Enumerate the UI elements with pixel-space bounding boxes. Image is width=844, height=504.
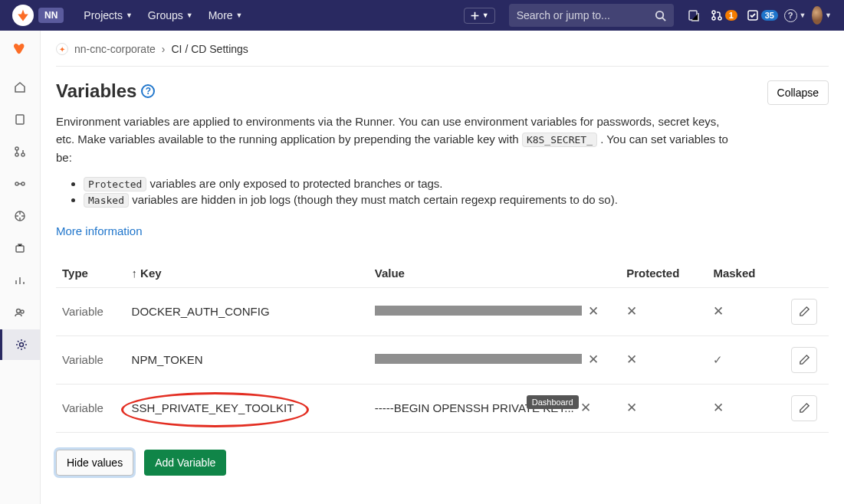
chevron-down-icon: ▼ (126, 11, 133, 19)
chevron-down-icon: ▼ (482, 11, 489, 19)
nav-projects[interactable]: Projects▼ (76, 9, 140, 21)
edit-variable-button[interactable] (791, 347, 817, 373)
cell-protected: ✕ (620, 384, 707, 432)
col-protected[interactable]: Protected (620, 259, 707, 288)
bullet1-code: Protected (84, 177, 146, 191)
more-information-link[interactable]: More information (56, 224, 143, 237)
svg-point-14 (17, 309, 21, 313)
cell-protected: ✕ (620, 335, 707, 384)
cell-masked: ✕ (707, 384, 785, 432)
desc-code: K8S_SECRET_ (522, 133, 597, 147)
sidebar-item-repository[interactable] (0, 104, 40, 135)
bullet-masked: Masked variables are hidden in job logs … (84, 193, 829, 206)
edit-variable-button[interactable] (791, 299, 817, 325)
chevron-down-icon: ▼ (186, 11, 193, 19)
svg-point-8 (15, 153, 18, 156)
todo-count-badge: 35 (761, 10, 778, 21)
add-variable-button[interactable]: Add Variable (144, 450, 226, 476)
svg-point-9 (21, 153, 25, 156)
page-title: Variables ? (56, 80, 155, 102)
cell-key: SSH_PRIVATE_KEY_TOOLKIT (126, 384, 369, 432)
x-icon: ✕ (626, 304, 637, 319)
nav-groups[interactable]: Groups▼ (140, 9, 201, 21)
col-key-label: Key (140, 267, 162, 280)
check-icon: ✓ (713, 353, 723, 366)
masked-value-bar (375, 354, 582, 364)
breadcrumb-separator: › (162, 43, 166, 55)
cell-key: DOCKER_AUTH_CONFIG (126, 287, 369, 335)
cell-masked: ✓ (707, 335, 785, 384)
svg-point-7 (15, 147, 18, 150)
sidebar-item-cicd[interactable] (0, 169, 40, 199)
cell-value: ✕ (369, 287, 620, 335)
plus-icon (470, 11, 480, 21)
hide-values-button[interactable]: Hide values (56, 450, 133, 476)
sidebar-item-packages[interactable] (0, 233, 40, 263)
question-icon: ? (784, 9, 797, 22)
col-masked[interactable]: Masked (707, 259, 785, 288)
breadcrumb-current: CI / CD Settings (172, 43, 248, 55)
table-row: Variable DOCKER_AUTH_CONFIG ✕ ✕ ✕ (56, 287, 829, 335)
actions-row: Hide values Add Variable (56, 450, 829, 476)
svg-rect-13 (16, 246, 24, 252)
avatar (812, 6, 823, 25)
sidebar-item-home[interactable] (0, 72, 40, 103)
x-icon: ✕ (626, 352, 637, 367)
edit-variable-button[interactable] (791, 395, 817, 421)
cell-type: Variable (56, 335, 126, 384)
help-menu[interactable]: ? ▼ (783, 3, 807, 28)
global-search[interactable] (509, 4, 674, 27)
breadcrumb-project[interactable]: nn-cnc-corporate (74, 43, 156, 55)
merge-request-icon (711, 9, 723, 21)
nav-more-label: More (209, 9, 233, 21)
section-description: Environment variables are applied to env… (56, 113, 731, 166)
sidebar-item-members[interactable] (0, 297, 40, 328)
description-bullets: Protected variables are only exposed to … (84, 177, 829, 206)
nav-projects-label: Projects (84, 9, 123, 21)
chevron-down-icon: ▼ (825, 11, 832, 19)
project-avatar[interactable] (7, 38, 33, 64)
sidebar-item-operations[interactable] (0, 201, 40, 231)
nav-more[interactable]: More▼ (201, 9, 251, 21)
bullet2-text: variables are hidden in job logs (though… (129, 193, 618, 206)
masked-value-bar (375, 306, 582, 316)
new-menu-button[interactable]: ▼ (464, 8, 495, 24)
instance-badge[interactable]: NN (38, 8, 64, 23)
sidebar-item-merge-requests[interactable] (0, 136, 40, 167)
table-row: Variable NPM_TOKEN ✕ ✕ ✓ (56, 335, 829, 384)
svg-point-11 (21, 182, 25, 185)
x-icon: ✕ (580, 401, 591, 415)
svg-point-10 (15, 182, 18, 185)
x-icon: ✕ (626, 401, 637, 415)
todo-icon (747, 9, 759, 21)
cell-type: Variable (56, 384, 126, 432)
sidebar-item-settings[interactable] (0, 329, 40, 360)
mr-count-badge: 1 (725, 10, 737, 21)
help-icon[interactable]: ? (141, 84, 155, 98)
bullet1-text: variables are only exposed to protected … (146, 177, 442, 190)
collapse-button[interactable]: Collapse (767, 80, 829, 105)
gitlab-logo-icon[interactable] (12, 5, 34, 26)
cell-value: ✕ (369, 335, 620, 384)
svg-rect-6 (16, 115, 24, 124)
user-menu[interactable]: ▼ (807, 3, 832, 28)
col-key[interactable]: ↑Key (126, 259, 369, 288)
col-value[interactable]: Value (369, 259, 620, 288)
sidebar-item-analytics[interactable] (0, 265, 40, 296)
project-sidebar (0, 31, 41, 504)
svg-point-3 (712, 17, 715, 20)
bullet-protected: Protected variables are only exposed to … (84, 177, 829, 190)
svg-point-16 (19, 343, 23, 347)
x-icon: ✕ (588, 352, 599, 367)
cell-key-text: SSH_PRIVATE_KEY_TOOLKIT (132, 401, 294, 414)
todos-shortcut[interactable]: 35 (747, 9, 778, 21)
col-type[interactable]: Type (56, 259, 126, 288)
merge-requests-shortcut[interactable]: 1 (711, 9, 737, 21)
table-row: Variable SSH_PRIVATE_KEY_TOOLKIT -----BE… (56, 384, 829, 432)
sort-arrow-icon: ↑ (132, 267, 138, 280)
cell-protected: ✕ (620, 287, 707, 335)
search-icon (655, 10, 666, 21)
variables-table: Type ↑Key Value Protected Masked Variabl… (56, 259, 829, 433)
search-input[interactable] (517, 9, 655, 21)
issues-shortcut[interactable] (681, 3, 706, 28)
